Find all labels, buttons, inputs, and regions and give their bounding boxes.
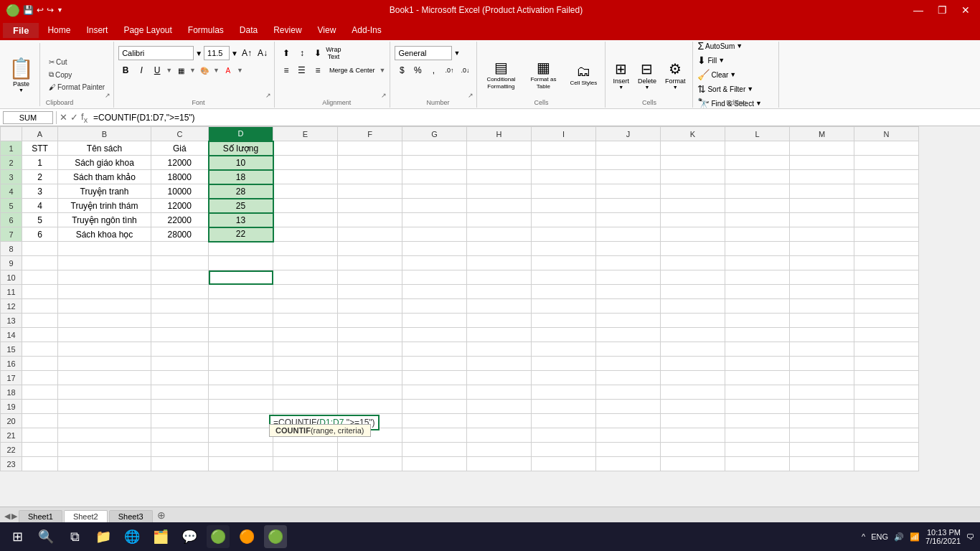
cell-m3[interactable]: [790, 170, 854, 184]
cell-h1[interactable]: [467, 141, 532, 156]
cell-f17[interactable]: [338, 371, 402, 385]
cell-e15[interactable]: [273, 342, 338, 357]
cell-m22[interactable]: [790, 443, 854, 457]
cell-k21[interactable]: [661, 428, 725, 443]
cell-j19[interactable]: [596, 400, 661, 414]
clear-dropdown[interactable]: ▼: [730, 71, 736, 78]
data-menu[interactable]: Data: [232, 23, 265, 37]
cell-g9[interactable]: [402, 256, 467, 270]
cell-e11[interactable]: [273, 285, 338, 299]
cell-m14[interactable]: [790, 328, 854, 342]
cell-f8[interactable]: [338, 242, 402, 256]
cell-b21[interactable]: [58, 428, 151, 443]
cell-e4[interactable]: [273, 184, 338, 199]
cell-e17[interactable]: [273, 371, 338, 385]
cell-j14[interactable]: [596, 328, 661, 342]
cell-a5[interactable]: 4: [22, 199, 58, 213]
restore-button[interactable]: ❐: [933, 4, 951, 16]
cell-d22[interactable]: [209, 443, 273, 457]
cell-styles-button[interactable]: 🗂 Cell Styles: [565, 62, 602, 88]
cell-a18[interactable]: [22, 385, 58, 400]
cell-a12[interactable]: [22, 299, 58, 314]
cell-k10[interactable]: [661, 270, 725, 285]
number-expand[interactable]: ↗: [468, 92, 473, 99]
align-top-button[interactable]: ⬆: [279, 46, 293, 60]
underline-button[interactable]: U: [150, 63, 164, 77]
cell-i3[interactable]: [532, 170, 596, 184]
sheet-tab-3[interactable]: Sheet3: [109, 510, 153, 522]
cell-f1[interactable]: [338, 141, 402, 156]
cell-c15[interactable]: [151, 342, 209, 357]
cell-j7[interactable]: [596, 227, 661, 242]
cell-i19[interactable]: [532, 400, 596, 414]
cell-e22[interactable]: [273, 443, 338, 457]
cell-n8[interactable]: [854, 242, 919, 256]
cell-j23[interactable]: [596, 457, 661, 471]
sort-dropdown[interactable]: ▼: [747, 85, 753, 93]
cell-h10[interactable]: [467, 270, 532, 285]
cell-n9[interactable]: [854, 256, 919, 270]
cell-g7[interactable]: [402, 227, 467, 242]
cell-e7[interactable]: [273, 227, 338, 242]
cell-b7[interactable]: Sách khoa học: [58, 227, 151, 242]
row-header-12[interactable]: 12: [1, 299, 22, 314]
cell-a14[interactable]: [22, 328, 58, 342]
cell-e8[interactable]: [273, 242, 338, 256]
row-header-14[interactable]: 14: [1, 328, 22, 342]
row-header-8[interactable]: 8: [1, 242, 22, 256]
cell-b18[interactable]: [58, 385, 151, 400]
cell-m18[interactable]: [790, 385, 854, 400]
cell-g16[interactable]: [402, 357, 467, 371]
cell-f12[interactable]: [338, 299, 402, 314]
decrease-decimal-button[interactable]: .0↓: [458, 63, 472, 77]
cell-d14[interactable]: [209, 328, 273, 342]
cell-i20[interactable]: [532, 414, 596, 428]
cell-l4[interactable]: [725, 184, 790, 199]
cell-l21[interactable]: [725, 428, 790, 443]
row-header-23[interactable]: 23: [1, 457, 22, 471]
minimize-button[interactable]: —: [909, 4, 928, 16]
increase-font-button[interactable]: A↑: [240, 46, 254, 60]
cell-i8[interactable]: [532, 242, 596, 256]
cell-f22[interactable]: [338, 443, 402, 457]
view-menu[interactable]: View: [311, 23, 344, 37]
cell-l20[interactable]: [725, 414, 790, 428]
cell-h6[interactable]: [467, 213, 532, 227]
align-center-button[interactable]: ☰: [295, 63, 309, 77]
undo-icon[interactable]: ↩: [37, 5, 44, 15]
cell-c5[interactable]: 12000: [151, 199, 209, 213]
cell-k3[interactable]: [661, 170, 725, 184]
cell-b11[interactable]: [58, 285, 151, 299]
cell-n13[interactable]: [854, 314, 919, 328]
cell-n3[interactable]: [854, 170, 919, 184]
formula-input[interactable]: [90, 113, 977, 123]
align-bottom-button[interactable]: ⬇: [311, 46, 325, 60]
cell-f19[interactable]: [338, 400, 402, 414]
cell-c10[interactable]: [151, 270, 209, 285]
cell-m2[interactable]: [790, 156, 854, 170]
cell-i6[interactable]: [532, 213, 596, 227]
col-header-n[interactable]: N: [854, 127, 919, 141]
cell-e6[interactable]: [273, 213, 338, 227]
col-header-e[interactable]: E: [273, 127, 338, 141]
cell-i11[interactable]: [532, 285, 596, 299]
cell-i13[interactable]: [532, 314, 596, 328]
cell-n23[interactable]: [854, 457, 919, 471]
number-format-input[interactable]: [395, 46, 452, 60]
col-header-c[interactable]: C: [151, 127, 209, 141]
cell-m5[interactable]: [790, 199, 854, 213]
font-size-dropdown[interactable]: ▼: [231, 50, 238, 57]
cell-d17[interactable]: [209, 371, 273, 385]
addins-menu[interactable]: Add-Ins: [344, 23, 388, 37]
cell-f14[interactable]: [338, 328, 402, 342]
formulas-menu[interactable]: Formulas: [181, 23, 231, 37]
format-dropdown[interactable]: ▼: [673, 85, 678, 90]
col-header-k[interactable]: K: [661, 127, 725, 141]
row-header-15[interactable]: 15: [1, 342, 22, 357]
name-box[interactable]: [3, 111, 53, 124]
cell-i7[interactable]: [532, 227, 596, 242]
cell-h13[interactable]: [467, 314, 532, 328]
cell-f3[interactable]: [338, 170, 402, 184]
row-header-13[interactable]: 13: [1, 314, 22, 328]
cell-j8[interactable]: [596, 242, 661, 256]
